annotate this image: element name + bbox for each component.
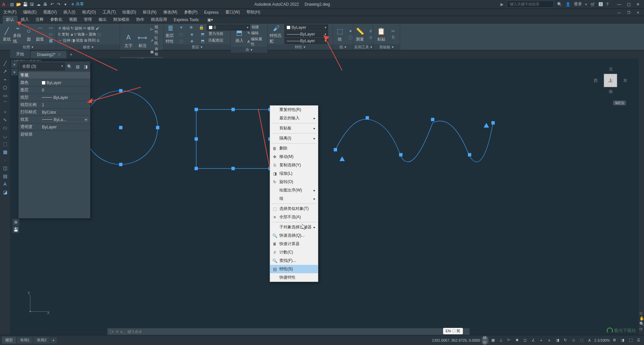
palette-settings-icon[interactable]: ⚙	[12, 219, 19, 226]
snap-icon[interactable]: ⊥	[498, 337, 504, 344]
palette-pin-icon[interactable]: »	[11, 69, 18, 75]
layer-misc-1[interactable]: ⬚	[176, 31, 186, 37]
orbit-icon[interactable]: ⟳	[639, 327, 644, 332]
layer-state-icon[interactable]: ☀	[176, 24, 186, 31]
cm-qprops[interactable]: 快捷特性	[270, 273, 318, 282]
tab-drawing[interactable]: Drawing2*×	[31, 51, 66, 58]
ribbon-tab-view[interactable]: 视图	[66, 16, 80, 23]
3dsnap-icon[interactable]: ◇	[570, 337, 577, 344]
otrack-icon[interactable]: ∠	[530, 337, 537, 344]
brush-icon[interactable]: 🖌	[96, 26, 99, 30]
cm-qcalc[interactable]: 🖩快速计算器	[270, 240, 318, 248]
nav-wheel-icon[interactable]: ◎	[639, 311, 644, 315]
new-tab-button[interactable]: +	[67, 51, 75, 58]
qat-web-icon[interactable]: ☁	[36, 1, 42, 7]
search-icon[interactable]: 🔍	[557, 2, 562, 7]
workspace-icon[interactable]: ◨	[619, 337, 626, 344]
menu-window[interactable]: 窗口(W)	[222, 9, 243, 16]
menu-edit[interactable]: 编辑(E)	[20, 9, 40, 16]
table-button[interactable]: ▦ 表格	[150, 46, 161, 57]
polar-icon[interactable]: ✺	[514, 337, 521, 344]
qat-dropdown-icon[interactable]: ▾	[62, 1, 68, 7]
layer-prop-button[interactable]: ≣图层特性	[166, 25, 175, 44]
palette-close-icon[interactable]: ×	[11, 61, 18, 68]
tool-ellipse-arc[interactable]: ◡	[1, 132, 9, 139]
menu-file[interactable]: 文件(F)	[0, 9, 20, 16]
cm-qselect[interactable]: 🔍快速选择(Q)...	[270, 231, 318, 240]
palette-pick-icon[interactable]: ▤	[74, 63, 81, 70]
layer-lock-icon[interactable]: 🔒	[197, 24, 206, 31]
close-tab-icon[interactable]: ×	[58, 52, 60, 57]
linear-button[interactable]: ⊢ 线性	[150, 24, 161, 35]
hatch-icon[interactable]: ▦	[46, 38, 55, 44]
cm-repeat[interactable]: 重复特性(R)	[270, 106, 318, 114]
prop-ltscale[interactable]: 1	[42, 102, 88, 108]
view-cube[interactable]: 上 北 东 南 西	[590, 60, 631, 101]
set-current-button[interactable]: 置为当前	[209, 31, 223, 37]
model-space-btn[interactable]: 模型	[482, 337, 488, 344]
tool-circle[interactable]: ○	[1, 108, 9, 115]
edit-block-button[interactable]: ✎ 编辑	[247, 30, 265, 36]
selection-dropdown[interactable]: 全部 (3)▾	[20, 63, 65, 70]
polyline-button[interactable]: ⌁多段线	[13, 25, 23, 44]
cycle-icon[interactable]: ↻	[562, 337, 569, 344]
cart-icon[interactable]: 🛒	[590, 2, 595, 7]
copy-icon[interactable]: ⎘	[58, 32, 61, 36]
line-button[interactable]: ╱直线	[2, 25, 12, 44]
tool-rect[interactable]: ▭	[1, 92, 9, 99]
array-icon[interactable]: ⊞	[84, 38, 87, 43]
cm-move[interactable]: ✥移动(M)	[270, 153, 318, 161]
prop-layer[interactable]: 0	[42, 87, 88, 93]
circle-button[interactable]: ○圆	[24, 25, 34, 44]
tool-pline[interactable]: ⌁	[1, 76, 9, 83]
move-icon[interactable]: ⤧	[58, 26, 61, 31]
menu-dim[interactable]: 标注(N)	[140, 9, 160, 16]
rect-icon[interactable]: ▭	[46, 25, 55, 31]
osnap-icon[interactable]: ◻	[522, 337, 529, 344]
dim-button[interactable]: ⟷标注	[136, 31, 149, 50]
tool-region[interactable]: ◫	[1, 164, 9, 172]
ribbon-tab-featured[interactable]: 精选应用	[148, 16, 170, 23]
qat-open-icon[interactable]: 📂	[15, 1, 21, 7]
cm-subfilter[interactable]: 子对象选择过滤器▸	[270, 223, 318, 231]
cm-group[interactable]: 组▸	[270, 194, 318, 203]
layout-add[interactable]: +	[50, 337, 56, 343]
qat-plot-icon[interactable]: 🖶	[42, 1, 48, 7]
cube-top[interactable]: 上	[604, 74, 617, 87]
doc-restore-icon[interactable]: ❐	[625, 9, 633, 15]
scale-display[interactable]: 1:1/100%	[594, 338, 610, 342]
maximize-button[interactable]: ▢	[625, 1, 633, 7]
ribbon-tab-insert[interactable]: 插入	[17, 16, 32, 23]
tool-line[interactable]: ╱	[1, 60, 9, 67]
drawing-viewport[interactable]: [-][俯视][二维线框] Y X	[10, 58, 637, 335]
wcs-badge[interactable]: WCS	[613, 101, 626, 105]
grid-icon[interactable]: ▦	[490, 337, 496, 344]
close-button[interactable]: ✕	[634, 1, 642, 7]
tool-wipeout[interactable]: ◪	[1, 188, 9, 196]
tool-ellipse[interactable]: ⬭	[1, 124, 9, 131]
cm-clipboard[interactable]: 剪贴板▸	[270, 124, 318, 132]
paste-button[interactable]: 📋粘贴	[375, 25, 387, 44]
ime-badge[interactable]: EN 〇 简	[443, 328, 463, 334]
menu-param[interactable]: 参数(P)	[181, 9, 201, 16]
cm-copysel[interactable]: ⎘复制选择(Y)	[270, 161, 318, 169]
match-prop-button[interactable]: 🖌特性匹配	[270, 25, 283, 44]
copy-clip-icon[interactable]: ⎘	[388, 34, 398, 40]
arc-button[interactable]: ⌒圆弧	[35, 25, 45, 44]
menu-tools[interactable]: 工具(T)	[99, 9, 119, 16]
help-icon[interactable]: ?	[606, 2, 608, 7]
menu-help[interactable]: 帮助(H)	[243, 9, 264, 16]
doc-minimize-icon[interactable]: —	[615, 9, 623, 15]
trim-icon[interactable]: ✂	[83, 26, 86, 31]
ribbon-tab-manage[interactable]: 管理	[80, 16, 95, 23]
menu-insert[interactable]: 插入(I)	[60, 9, 78, 16]
layer-misc-2[interactable]: ◈	[187, 31, 197, 37]
gear-icon[interactable]: ⚙	[611, 337, 618, 344]
search-input[interactable]: 键入关键字或短语	[507, 1, 554, 8]
ribbon-tab-output[interactable]: 输出	[95, 16, 110, 23]
tool-arc[interactable]: ⌒	[1, 100, 9, 107]
menu-draw[interactable]: 绘图(D)	[119, 9, 140, 16]
palette-prev-icon[interactable]: ◨	[82, 63, 89, 70]
menu-modify[interactable]: 修改(M)	[160, 9, 181, 16]
explode-icon[interactable]: ⬚	[97, 32, 101, 37]
